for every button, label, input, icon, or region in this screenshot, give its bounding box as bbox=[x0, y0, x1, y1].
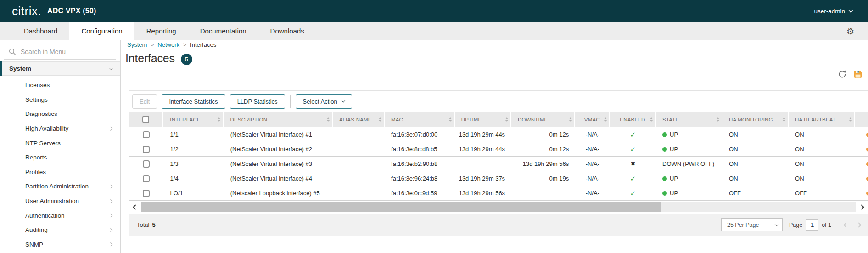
sidebar-item-profiles[interactable]: Profiles bbox=[0, 165, 120, 180]
sidebar-item-reports[interactable]: Reports bbox=[0, 150, 120, 165]
row-checkbox[interactable] bbox=[143, 146, 150, 153]
row-checkbox[interactable] bbox=[143, 160, 150, 168]
sort-arrows-icon[interactable] bbox=[650, 117, 653, 122]
chevron-right-icon bbox=[109, 242, 112, 246]
column-header-label: DESCRIPTION bbox=[230, 117, 267, 122]
sort-arrows-icon[interactable] bbox=[449, 117, 452, 122]
page-actions bbox=[838, 70, 862, 79]
column-header-mac[interactable]: MAC bbox=[385, 112, 455, 127]
product-title: ADC VPX (50) bbox=[47, 0, 96, 22]
cell-downtime bbox=[511, 186, 575, 200]
select-all-checkbox[interactable] bbox=[142, 116, 149, 123]
sidebar-item-ntp-servers[interactable]: NTP Servers bbox=[0, 136, 120, 150]
prev-page-icon[interactable] bbox=[843, 222, 848, 227]
user-menu[interactable]: user-admin bbox=[814, 0, 852, 22]
column-header-downtime[interactable]: DOWNTIME bbox=[511, 112, 575, 127]
state-up-dot-icon bbox=[662, 147, 667, 152]
sidebar-item-user-administration[interactable]: User Administration bbox=[0, 194, 120, 209]
tab-list: DashboardConfigurationReportingDocumenta… bbox=[12, 22, 316, 40]
table-row[interactable]: 1/3(NetScaler Virtual Interface) #3fa:16… bbox=[129, 157, 868, 171]
gear-icon[interactable] bbox=[846, 22, 854, 40]
column-header-enabled[interactable]: ENABLED bbox=[610, 112, 656, 127]
sort-arrows-icon[interactable] bbox=[327, 117, 330, 122]
sort-arrows-icon[interactable] bbox=[604, 117, 607, 122]
column-header-label: VMAC bbox=[584, 117, 600, 122]
row-checkbox[interactable] bbox=[143, 175, 150, 182]
sidebar-item-high-availability[interactable]: High Availability bbox=[0, 121, 120, 136]
row-checkbox[interactable] bbox=[143, 131, 150, 138]
row-checkbox[interactable] bbox=[143, 190, 150, 197]
table-row[interactable]: 1/1(NetScaler Virtual Interface) #1fa:16… bbox=[129, 127, 868, 142]
column-header-uptime[interactable]: UPTIME bbox=[455, 112, 511, 127]
cell-state: UP bbox=[656, 127, 722, 142]
breadcrumb-separator: > bbox=[151, 42, 154, 48]
sort-arrows-icon[interactable] bbox=[569, 117, 572, 122]
breadcrumb-system[interactable]: System bbox=[127, 41, 147, 48]
enabled-check-icon: ✓ bbox=[630, 189, 636, 198]
sort-arrows-icon[interactable] bbox=[849, 117, 852, 122]
table-row[interactable]: LO/1(Netscaler Loopback interface) #5fa:… bbox=[129, 186, 868, 201]
search-input[interactable] bbox=[20, 48, 116, 56]
tab-documentation[interactable]: Documentation bbox=[188, 22, 258, 40]
tab-downloads[interactable]: Downloads bbox=[258, 22, 316, 40]
sidebar-item-licenses[interactable]: Licenses bbox=[0, 78, 120, 93]
page-of-label: of 1 bbox=[822, 222, 831, 228]
cell-enabled: ✖ bbox=[610, 157, 656, 171]
next-page-icon[interactable] bbox=[856, 222, 861, 227]
pagination: 25 Per Page Page of 1 bbox=[721, 218, 861, 231]
breadcrumb-separator: > bbox=[183, 42, 186, 48]
disabled-cross-icon: ✖ bbox=[630, 160, 635, 167]
select-action-button[interactable]: Select Action bbox=[296, 94, 352, 109]
column-header-vmac[interactable]: VMAC bbox=[575, 112, 610, 127]
sidebar-search[interactable] bbox=[4, 44, 116, 60]
tab-reporting[interactable]: Reporting bbox=[134, 22, 188, 40]
interfaces-panel: Edit Interface Statistics LLDP Statistic… bbox=[129, 90, 868, 236]
chevron-right-icon bbox=[109, 126, 112, 130]
cell-alias-name bbox=[333, 142, 385, 156]
sort-arrows-icon[interactable] bbox=[717, 117, 719, 122]
total-label: Total bbox=[137, 221, 149, 228]
scroll-right-arrow-icon[interactable] bbox=[859, 204, 864, 209]
sidebar-item-partition-administration[interactable]: Partition Administration bbox=[0, 179, 120, 194]
sidebar-item-auditing[interactable]: Auditing bbox=[0, 223, 120, 237]
row-checkbox-cell bbox=[129, 142, 164, 156]
edit-button[interactable]: Edit bbox=[132, 94, 157, 109]
table-row[interactable]: 1/4(NetScaler Virtual Interface) #4fa:16… bbox=[129, 171, 868, 186]
column-header-state[interactable]: STATE bbox=[656, 112, 722, 127]
tab-configuration[interactable]: Configuration bbox=[69, 22, 134, 40]
column-header-description[interactable]: DESCRIPTION bbox=[224, 112, 332, 127]
scrollbar-track[interactable] bbox=[141, 202, 856, 212]
scrollbar-thumb[interactable] bbox=[141, 202, 661, 212]
tab-dashboard[interactable]: Dashboard bbox=[12, 22, 69, 40]
tab-bar: DashboardConfigurationReportingDocumenta… bbox=[0, 22, 868, 40]
sort-arrows-icon[interactable] bbox=[783, 117, 785, 122]
horizontal-scrollbar bbox=[129, 201, 868, 214]
sidebar-item-authentication[interactable]: Authentication bbox=[0, 208, 120, 223]
cell-state: UP bbox=[656, 186, 722, 200]
header-checkbox-cell bbox=[129, 112, 163, 127]
sidebar-group-system[interactable]: System bbox=[0, 61, 120, 76]
sidebar-item-diagnostics[interactable]: Diagnostics bbox=[0, 107, 120, 121]
lldp-statistics-button[interactable]: LLDP Statistics bbox=[230, 94, 285, 109]
save-config-icon[interactable] bbox=[853, 70, 862, 79]
page-number-input[interactable] bbox=[806, 219, 818, 231]
chevron-right-icon bbox=[109, 185, 112, 188]
scroll-left-arrow-icon[interactable] bbox=[133, 204, 138, 209]
row-filler bbox=[855, 157, 868, 171]
sort-arrows-icon[interactable] bbox=[379, 117, 381, 122]
breadcrumb-network[interactable]: Network bbox=[157, 41, 179, 48]
table-row[interactable]: 1/2(NetScaler Virtual Interface) #2fa:16… bbox=[129, 142, 868, 157]
column-header-interface[interactable]: INTERFACE bbox=[163, 112, 224, 127]
interface-statistics-button[interactable]: Interface Statistics bbox=[162, 94, 225, 109]
cell-interface: 1/3 bbox=[164, 157, 224, 171]
per-page-select[interactable]: 25 Per Page bbox=[721, 218, 783, 231]
column-header-ha-monitoring[interactable]: HA MONITORING bbox=[722, 112, 789, 127]
sidebar-item-snmp[interactable]: SNMP bbox=[0, 237, 120, 252]
sidebar-item-settings[interactable]: Settings bbox=[0, 93, 120, 107]
cell-vmac: -N/A- bbox=[575, 127, 610, 142]
refresh-icon[interactable] bbox=[838, 70, 847, 79]
column-header-ha-heartbeat[interactable]: HA HEARTBEAT bbox=[789, 112, 855, 127]
sort-arrows-icon[interactable] bbox=[505, 117, 508, 122]
column-header-alias-name[interactable]: ALIAS NAME bbox=[333, 112, 385, 127]
sort-arrows-icon[interactable] bbox=[218, 117, 220, 122]
